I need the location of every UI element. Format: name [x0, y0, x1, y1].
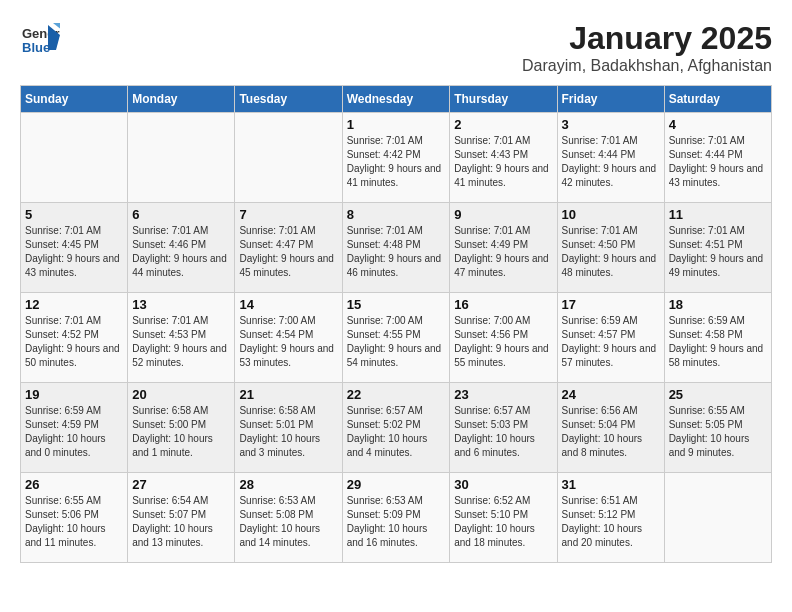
- calendar-cell: 17Sunrise: 6:59 AM Sunset: 4:57 PM Dayli…: [557, 293, 664, 383]
- calendar-week-row: 5Sunrise: 7:01 AM Sunset: 4:45 PM Daylig…: [21, 203, 772, 293]
- day-info: Sunrise: 6:57 AM Sunset: 5:02 PM Dayligh…: [347, 404, 446, 460]
- calendar-cell: 24Sunrise: 6:56 AM Sunset: 5:04 PM Dayli…: [557, 383, 664, 473]
- day-number: 3: [562, 117, 660, 132]
- day-info: Sunrise: 6:53 AM Sunset: 5:09 PM Dayligh…: [347, 494, 446, 550]
- day-number: 12: [25, 297, 123, 312]
- calendar-cell: 28Sunrise: 6:53 AM Sunset: 5:08 PM Dayli…: [235, 473, 342, 563]
- day-number: 19: [25, 387, 123, 402]
- day-info: Sunrise: 6:55 AM Sunset: 5:06 PM Dayligh…: [25, 494, 123, 550]
- day-info: Sunrise: 7:01 AM Sunset: 4:47 PM Dayligh…: [239, 224, 337, 280]
- calendar-cell: 25Sunrise: 6:55 AM Sunset: 5:05 PM Dayli…: [664, 383, 771, 473]
- header: General Blue January 2025 Darayim, Badak…: [20, 20, 772, 75]
- day-number: 27: [132, 477, 230, 492]
- svg-text:Blue: Blue: [22, 40, 50, 55]
- day-number: 21: [239, 387, 337, 402]
- day-info: Sunrise: 7:00 AM Sunset: 4:54 PM Dayligh…: [239, 314, 337, 370]
- calendar-cell: 7Sunrise: 7:01 AM Sunset: 4:47 PM Daylig…: [235, 203, 342, 293]
- day-info: Sunrise: 7:01 AM Sunset: 4:42 PM Dayligh…: [347, 134, 446, 190]
- day-number: 22: [347, 387, 446, 402]
- calendar-cell: 11Sunrise: 7:01 AM Sunset: 4:51 PM Dayli…: [664, 203, 771, 293]
- calendar-cell: 27Sunrise: 6:54 AM Sunset: 5:07 PM Dayli…: [128, 473, 235, 563]
- calendar-cell: 4Sunrise: 7:01 AM Sunset: 4:44 PM Daylig…: [664, 113, 771, 203]
- calendar-cell: 23Sunrise: 6:57 AM Sunset: 5:03 PM Dayli…: [450, 383, 557, 473]
- day-number: 24: [562, 387, 660, 402]
- calendar-cell: 10Sunrise: 7:01 AM Sunset: 4:50 PM Dayli…: [557, 203, 664, 293]
- weekday-header: Thursday: [450, 86, 557, 113]
- day-info: Sunrise: 7:00 AM Sunset: 4:56 PM Dayligh…: [454, 314, 552, 370]
- calendar-cell: 14Sunrise: 7:00 AM Sunset: 4:54 PM Dayli…: [235, 293, 342, 383]
- weekday-header: Saturday: [664, 86, 771, 113]
- day-number: 25: [669, 387, 767, 402]
- title-area: January 2025 Darayim, Badakhshan, Afghan…: [522, 20, 772, 75]
- calendar-cell: 1Sunrise: 7:01 AM Sunset: 4:42 PM Daylig…: [342, 113, 450, 203]
- day-info: Sunrise: 6:51 AM Sunset: 5:12 PM Dayligh…: [562, 494, 660, 550]
- day-info: Sunrise: 6:58 AM Sunset: 5:00 PM Dayligh…: [132, 404, 230, 460]
- day-number: 14: [239, 297, 337, 312]
- calendar-cell: 6Sunrise: 7:01 AM Sunset: 4:46 PM Daylig…: [128, 203, 235, 293]
- calendar-cell: 31Sunrise: 6:51 AM Sunset: 5:12 PM Dayli…: [557, 473, 664, 563]
- weekday-header: Sunday: [21, 86, 128, 113]
- calendar-cell: 2Sunrise: 7:01 AM Sunset: 4:43 PM Daylig…: [450, 113, 557, 203]
- day-number: 18: [669, 297, 767, 312]
- calendar-cell: 9Sunrise: 7:01 AM Sunset: 4:49 PM Daylig…: [450, 203, 557, 293]
- day-info: Sunrise: 6:56 AM Sunset: 5:04 PM Dayligh…: [562, 404, 660, 460]
- weekday-header: Monday: [128, 86, 235, 113]
- calendar-cell: 8Sunrise: 7:01 AM Sunset: 4:48 PM Daylig…: [342, 203, 450, 293]
- subtitle: Darayim, Badakhshan, Afghanistan: [522, 57, 772, 75]
- day-info: Sunrise: 7:01 AM Sunset: 4:51 PM Dayligh…: [669, 224, 767, 280]
- day-number: 2: [454, 117, 552, 132]
- calendar-week-row: 19Sunrise: 6:59 AM Sunset: 4:59 PM Dayli…: [21, 383, 772, 473]
- day-info: Sunrise: 6:58 AM Sunset: 5:01 PM Dayligh…: [239, 404, 337, 460]
- weekday-header: Wednesday: [342, 86, 450, 113]
- day-info: Sunrise: 6:54 AM Sunset: 5:07 PM Dayligh…: [132, 494, 230, 550]
- day-number: 4: [669, 117, 767, 132]
- calendar-week-row: 26Sunrise: 6:55 AM Sunset: 5:06 PM Dayli…: [21, 473, 772, 563]
- day-info: Sunrise: 7:01 AM Sunset: 4:50 PM Dayligh…: [562, 224, 660, 280]
- day-number: 23: [454, 387, 552, 402]
- calendar-week-row: 1Sunrise: 7:01 AM Sunset: 4:42 PM Daylig…: [21, 113, 772, 203]
- calendar-cell: 13Sunrise: 7:01 AM Sunset: 4:53 PM Dayli…: [128, 293, 235, 383]
- day-info: Sunrise: 7:00 AM Sunset: 4:55 PM Dayligh…: [347, 314, 446, 370]
- calendar-cell: [235, 113, 342, 203]
- calendar-cell: [664, 473, 771, 563]
- day-number: 8: [347, 207, 446, 222]
- day-number: 17: [562, 297, 660, 312]
- weekday-header: Tuesday: [235, 86, 342, 113]
- day-number: 31: [562, 477, 660, 492]
- calendar-cell: 26Sunrise: 6:55 AM Sunset: 5:06 PM Dayli…: [21, 473, 128, 563]
- calendar-cell: 29Sunrise: 6:53 AM Sunset: 5:09 PM Dayli…: [342, 473, 450, 563]
- day-number: 6: [132, 207, 230, 222]
- calendar-cell: 15Sunrise: 7:00 AM Sunset: 4:55 PM Dayli…: [342, 293, 450, 383]
- calendar-week-row: 12Sunrise: 7:01 AM Sunset: 4:52 PM Dayli…: [21, 293, 772, 383]
- day-info: Sunrise: 6:52 AM Sunset: 5:10 PM Dayligh…: [454, 494, 552, 550]
- calendar-cell: 12Sunrise: 7:01 AM Sunset: 4:52 PM Dayli…: [21, 293, 128, 383]
- day-info: Sunrise: 6:59 AM Sunset: 4:58 PM Dayligh…: [669, 314, 767, 370]
- calendar-table: SundayMondayTuesdayWednesdayThursdayFrid…: [20, 85, 772, 563]
- calendar-cell: 21Sunrise: 6:58 AM Sunset: 5:01 PM Dayli…: [235, 383, 342, 473]
- day-info: Sunrise: 7:01 AM Sunset: 4:44 PM Dayligh…: [562, 134, 660, 190]
- calendar-cell: [21, 113, 128, 203]
- day-number: 11: [669, 207, 767, 222]
- calendar-header-row: SundayMondayTuesdayWednesdayThursdayFrid…: [21, 86, 772, 113]
- logo: General Blue: [20, 20, 60, 60]
- day-number: 15: [347, 297, 446, 312]
- day-number: 28: [239, 477, 337, 492]
- day-info: Sunrise: 6:59 AM Sunset: 4:59 PM Dayligh…: [25, 404, 123, 460]
- weekday-header: Friday: [557, 86, 664, 113]
- day-info: Sunrise: 7:01 AM Sunset: 4:45 PM Dayligh…: [25, 224, 123, 280]
- calendar-cell: 22Sunrise: 6:57 AM Sunset: 5:02 PM Dayli…: [342, 383, 450, 473]
- day-info: Sunrise: 6:59 AM Sunset: 4:57 PM Dayligh…: [562, 314, 660, 370]
- logo-icon: General Blue: [20, 20, 60, 60]
- day-info: Sunrise: 6:55 AM Sunset: 5:05 PM Dayligh…: [669, 404, 767, 460]
- calendar-cell: 5Sunrise: 7:01 AM Sunset: 4:45 PM Daylig…: [21, 203, 128, 293]
- calendar-cell: 20Sunrise: 6:58 AM Sunset: 5:00 PM Dayli…: [128, 383, 235, 473]
- calendar-cell: 16Sunrise: 7:00 AM Sunset: 4:56 PM Dayli…: [450, 293, 557, 383]
- day-number: 1: [347, 117, 446, 132]
- calendar-cell: 3Sunrise: 7:01 AM Sunset: 4:44 PM Daylig…: [557, 113, 664, 203]
- day-info: Sunrise: 7:01 AM Sunset: 4:49 PM Dayligh…: [454, 224, 552, 280]
- day-number: 13: [132, 297, 230, 312]
- main-title: January 2025: [522, 20, 772, 57]
- day-number: 26: [25, 477, 123, 492]
- day-number: 16: [454, 297, 552, 312]
- day-info: Sunrise: 7:01 AM Sunset: 4:52 PM Dayligh…: [25, 314, 123, 370]
